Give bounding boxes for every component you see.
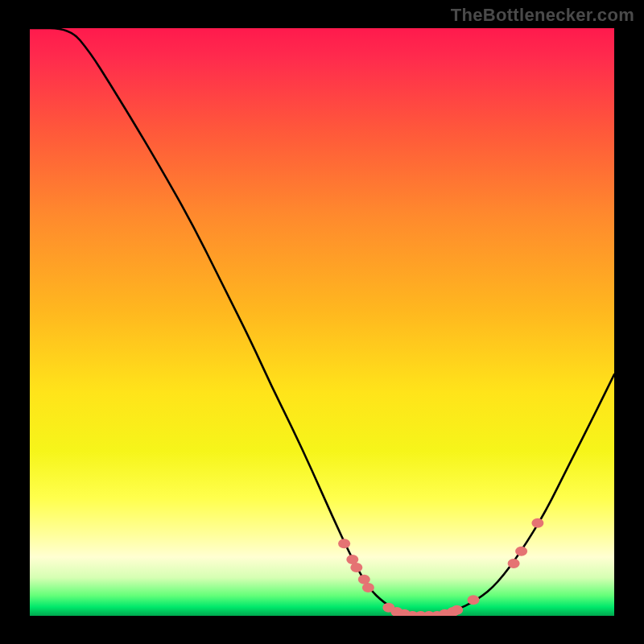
- plot-area: [30, 28, 614, 616]
- frame-border-left: [0, 0, 30, 644]
- frame-border-right: [614, 0, 644, 644]
- frame-border-bottom: [0, 616, 644, 644]
- watermark-text: TheBottlenecker.com: [451, 5, 634, 26]
- background-gradient: [30, 28, 614, 616]
- svg-rect-0: [30, 28, 614, 616]
- chart-stage: TheBottlenecker.com: [0, 0, 644, 644]
